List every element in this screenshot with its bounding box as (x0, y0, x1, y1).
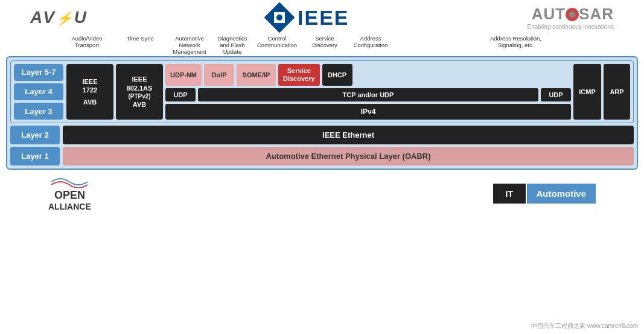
ieee-ethernet-block: IEEE Ethernet (63, 126, 634, 144)
open-alliance-logo: OPEN ALLIANCE (48, 176, 91, 211)
tcp-udp-block: TCP and/or UDP (198, 88, 538, 101)
layer-2-label: Layer 2 (10, 126, 60, 144)
layer-3-label: Layer 3 (14, 103, 63, 120)
col-header-av: Audio/VideoTransport (60, 35, 113, 55)
ieee-logo: IEEE (266, 4, 349, 31)
layer-1-label: Layer 1 (10, 147, 60, 165)
main-diagram: Layer 5-7 Layer 4 Layer 3 IEEE 1722 AVB (6, 56, 638, 170)
arp-block: ARP (604, 64, 630, 120)
udp-l4-block: UDP (165, 88, 196, 101)
some-ip-block: SOME/IP (237, 64, 276, 86)
autosar-logo: AUTSAR Enabling continuous innovations (528, 5, 614, 30)
col-header-service-disc: ServiceDiscovery (302, 35, 348, 55)
layer-1-row: Layer 1 Automotive Ethernet Physical Lay… (10, 147, 634, 165)
col-header-control-comm: ControlCommunication (252, 35, 302, 55)
col-header-timesync: Time Sync (113, 35, 167, 55)
it-block: IT (493, 184, 525, 204)
layer-2-row: Layer 2 IEEE Ethernet (10, 126, 634, 144)
oabr-block: Automotive Ethernet Physical Layer (OABR… (63, 147, 634, 165)
ieee-text: IEEE (298, 6, 349, 30)
watermark: 中国汽车工程师之家 www.cartech8.com (531, 322, 638, 330)
col-header-addr-resolution: Address Resolution,Signaling, etc. (394, 35, 638, 55)
dhcp-block: DHCP (322, 64, 352, 86)
autosar-tagline: Enabling continuous innovations (528, 24, 614, 30)
service-discovery-block: ServiceDiscovery (278, 64, 320, 86)
avnu-logo: AV⚡U (30, 8, 88, 27)
udp-l4b-block: UDP (541, 88, 571, 101)
col-header-diagnostics: Diagnosticsand FlashUpdate (212, 35, 252, 55)
col-header-network-mgmt: AutomotiveNetworkManagement (167, 35, 212, 55)
doip-block: DoIP (204, 64, 234, 86)
ieee-8021as-block: IEEE 802.1AS (PTPv2) AVB (116, 64, 163, 120)
col-header-addr-config: AddressConfiguration (348, 35, 394, 55)
ieee-1722-block: IEEE 1722 AVB (66, 64, 113, 120)
ipv4-block: IPv4 (165, 104, 571, 120)
layer-57-label: Layer 5-7 (14, 64, 63, 81)
icmp-block: ICMP (573, 64, 601, 120)
layer-4-label: Layer 4 (14, 83, 63, 100)
layers-357-box: Layer 5-7 Layer 4 Layer 3 IEEE 1722 AVB (10, 60, 634, 123)
udp-nm-block: UDP-NM (165, 64, 202, 86)
automotive-block: Automotive (527, 184, 596, 204)
